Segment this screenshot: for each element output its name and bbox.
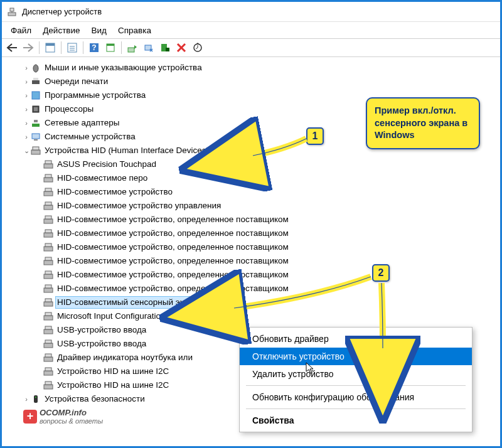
svg-rect-55 — [45, 326, 51, 329]
hid-device-icon — [43, 353, 53, 363]
hid-device-icon — [43, 339, 53, 349]
enable-device-button[interactable] — [158, 40, 173, 55]
system-icon — [31, 132, 41, 142]
tree-item[interactable]: Microsoft Input Configuration Device — [4, 309, 498, 323]
scan-hardware-button[interactable] — [190, 40, 205, 55]
tree-item[interactable]: HID-совместимое устройство, определенное… — [4, 268, 498, 282]
separator — [246, 408, 466, 409]
hid-device-icon — [43, 325, 53, 335]
watermark: + OCOMP.info вопросы & ответы — [23, 408, 103, 425]
hid-device-icon — [43, 256, 53, 266]
separator — [246, 385, 466, 386]
svg-rect-38 — [44, 219, 53, 223]
tree-item[interactable]: HID-совместимое устройство, определенное… — [4, 282, 498, 296]
svg-rect-44 — [44, 260, 53, 265]
svg-rect-61 — [45, 368, 51, 371]
mouse-icon — [31, 63, 41, 73]
expand-icon[interactable]: › — [22, 105, 31, 114]
svg-rect-48 — [44, 288, 53, 292]
expand-icon[interactable]: › — [22, 119, 31, 128]
tree-item[interactable]: HID-совместимое устройство управления — [4, 199, 498, 213]
svg-rect-57 — [45, 340, 51, 343]
help-button[interactable]: ? — [87, 40, 102, 55]
window-title: Диспетчер устройств — [22, 7, 102, 16]
hid-device-icon — [43, 173, 53, 183]
menu-file[interactable]: Файл — [6, 24, 36, 37]
menu-action[interactable]: Действие — [38, 24, 85, 37]
svg-rect-59 — [45, 354, 51, 357]
svg-rect-56 — [44, 343, 53, 348]
titlebar: Диспетчер устройств — [2, 2, 500, 22]
update-driver-button[interactable] — [125, 40, 140, 55]
expand-icon[interactable]: › — [22, 132, 31, 142]
disable-device-button[interactable] — [141, 40, 156, 55]
expand-icon[interactable]: › — [22, 395, 31, 404]
svg-rect-35 — [45, 188, 51, 191]
network-icon — [31, 118, 41, 128]
svg-rect-19 — [32, 80, 40, 84]
tree-node-mice[interactable]: ›Мыши и иные указывающие устройства — [4, 61, 498, 75]
svg-rect-21 — [32, 92, 40, 99]
tree-item[interactable]: HID-совместимое устройство — [4, 185, 498, 199]
ctx-properties[interactable]: Свойства — [240, 412, 472, 429]
expand-icon[interactable]: › — [22, 77, 31, 87]
tree-item[interactable]: ASUS Precision Touchpad — [4, 157, 498, 171]
tree-item[interactable]: HID-совместимое устройство, определенное… — [4, 254, 498, 268]
back-button[interactable] — [4, 40, 19, 55]
svg-rect-42 — [44, 247, 53, 251]
tree-item-selected[interactable]: HID-совместимый сенсорный экран — [4, 296, 498, 309]
cursor-icon — [306, 362, 314, 375]
forward-button[interactable] — [21, 40, 36, 55]
svg-rect-34 — [44, 191, 53, 196]
watermark-sub: вопросы & ответы — [40, 417, 103, 425]
expand-icon[interactable]: › — [22, 63, 31, 73]
hid-device-icon — [43, 297, 53, 307]
svg-rect-39 — [45, 216, 51, 219]
tree-item[interactable]: HID-совместимое устройство, определенное… — [4, 240, 498, 254]
properties-button[interactable] — [65, 40, 80, 55]
svg-rect-63 — [45, 381, 51, 385]
svg-rect-23 — [34, 107, 38, 111]
svg-rect-45 — [45, 257, 51, 260]
svg-text:?: ? — [92, 43, 96, 52]
svg-rect-37 — [45, 202, 51, 205]
svg-rect-62 — [44, 385, 53, 389]
tree-item[interactable]: HID-совместимое устройство, определенное… — [4, 227, 498, 240]
svg-rect-54 — [44, 329, 53, 334]
menu-help[interactable]: Справка — [113, 24, 156, 37]
svg-rect-13 — [128, 48, 134, 52]
svg-rect-31 — [45, 161, 51, 164]
svg-rect-64 — [34, 395, 38, 403]
expand-icon[interactable]: › — [22, 91, 31, 100]
tree-item[interactable]: HID-совместимое устройство, определенное… — [4, 213, 498, 227]
annotation-badge-1: 1 — [306, 127, 324, 145]
svg-rect-47 — [45, 271, 51, 274]
svg-rect-28 — [31, 150, 40, 154]
svg-rect-43 — [45, 243, 51, 247]
uninstall-button[interactable] — [174, 40, 189, 55]
tree-item[interactable]: HID-совместимое перо — [4, 171, 498, 185]
scan-button[interactable] — [103, 40, 118, 55]
svg-rect-36 — [44, 205, 53, 210]
hid-device-icon — [43, 284, 53, 294]
collapse-icon[interactable]: ⌄ — [22, 146, 31, 156]
cpu-icon — [31, 104, 41, 114]
menubar: Файл Действие Вид Справка — [2, 22, 500, 38]
hid-device-icon — [43, 159, 53, 169]
hid-device-icon — [43, 311, 53, 321]
svg-rect-24 — [32, 124, 40, 127]
svg-rect-33 — [45, 174, 51, 178]
ctx-uninstall-device[interactable]: Удалить устройство — [240, 365, 472, 383]
ctx-scan-hardware[interactable]: Обновить конфигурацию оборудования — [240, 388, 472, 406]
hid-device-icon — [43, 242, 53, 252]
tree-node-print[interactable]: ›Очереди печати — [4, 75, 498, 88]
ctx-disable-device[interactable]: Отключить устройство — [240, 348, 472, 365]
ctx-update-driver[interactable]: Обновить драйвер — [240, 330, 472, 348]
svg-rect-16 — [166, 48, 169, 51]
show-hidden-button[interactable] — [43, 40, 58, 55]
menu-view[interactable]: Вид — [87, 24, 112, 37]
hid-device-icon — [43, 228, 53, 238]
svg-rect-51 — [45, 299, 51, 302]
svg-rect-12 — [107, 44, 114, 46]
svg-rect-50 — [44, 302, 53, 306]
